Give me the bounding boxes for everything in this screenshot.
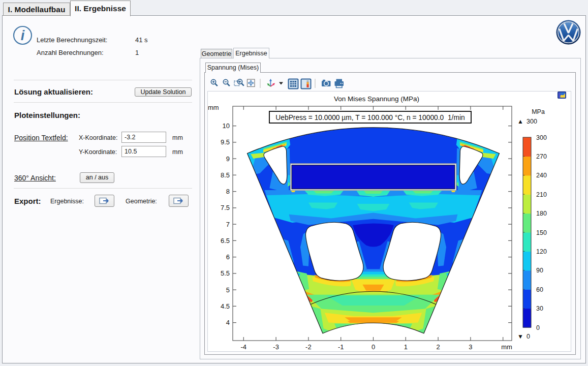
svg-text:2: 2 <box>436 343 440 351</box>
svg-text:-3: -3 <box>273 343 279 351</box>
svg-text:90: 90 <box>536 267 543 274</box>
svg-text:mm: mm <box>208 104 219 111</box>
svg-text:8: 8 <box>226 188 230 195</box>
svg-text:-2: -2 <box>305 343 312 351</box>
svg-text:7: 7 <box>226 221 230 228</box>
svg-text:180: 180 <box>536 210 547 217</box>
svg-text:8.5: 8.5 <box>221 171 230 179</box>
svg-text:150: 150 <box>536 229 547 236</box>
svg-text:5.5: 5.5 <box>221 269 230 277</box>
svg-text:300: 300 <box>536 134 547 141</box>
svg-text:270: 270 <box>536 153 547 160</box>
svg-text:▲: ▲ <box>517 118 523 125</box>
svg-text:210: 210 <box>536 191 547 198</box>
svg-text:10: 10 <box>223 122 230 130</box>
svg-text:0: 0 <box>372 343 375 351</box>
svg-text:9.5: 9.5 <box>221 138 230 146</box>
svg-text:7.5: 7.5 <box>221 204 230 211</box>
svg-text:-4: -4 <box>241 343 247 351</box>
svg-text:Von Mises Spannung (MPa): Von Mises Spannung (MPa) <box>334 95 419 103</box>
svg-text:300: 300 <box>527 118 537 125</box>
svg-text:1: 1 <box>404 343 408 351</box>
svg-text:4.5: 4.5 <box>221 302 230 310</box>
svg-text:mm: mm <box>501 343 512 351</box>
svg-text:UebPress = 10.0000 µm, T = 100: UebPress = 10.0000 µm, T = 100.000 °C, n… <box>275 114 465 121</box>
svg-text:60: 60 <box>536 286 543 293</box>
svg-text:3: 3 <box>469 343 472 351</box>
svg-text:6.5: 6.5 <box>221 237 230 245</box>
svg-text:-1: -1 <box>338 343 344 351</box>
svg-text:5: 5 <box>226 286 230 294</box>
svg-text:▼: ▼ <box>517 333 523 340</box>
svg-text:0: 0 <box>527 333 530 340</box>
svg-text:120: 120 <box>536 248 547 255</box>
svg-text:240: 240 <box>536 172 547 179</box>
svg-text:6: 6 <box>226 253 230 261</box>
svg-text:30: 30 <box>536 305 543 312</box>
svg-text:4: 4 <box>226 319 230 326</box>
svg-text:MPa: MPa <box>532 108 545 115</box>
svg-text:9: 9 <box>226 155 230 163</box>
svg-text:0: 0 <box>536 324 540 331</box>
